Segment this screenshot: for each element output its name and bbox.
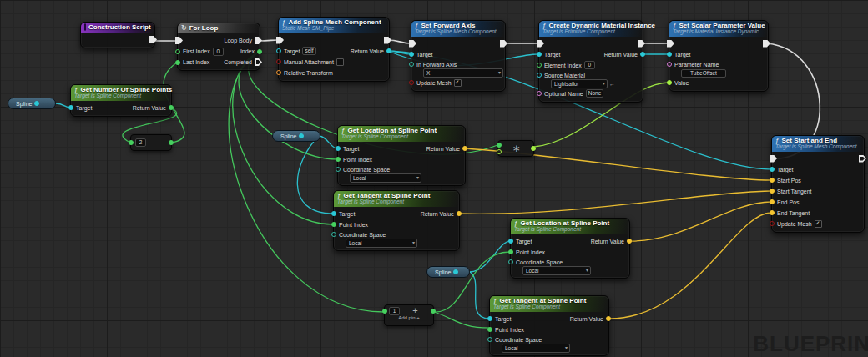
parameter-name-pin[interactable] (667, 62, 672, 67)
coordinate-space-pin[interactable] (508, 259, 513, 264)
node-get-location-at-spline-point-start[interactable]: ƒ Get Location at Spline Point Target is… (337, 125, 466, 186)
spline-output-pin[interactable] (453, 269, 458, 274)
coordinate-space-pin[interactable] (336, 167, 341, 172)
manual-attachment-pin[interactable] (276, 59, 281, 64)
node-construction-script[interactable]: Construction Script (80, 22, 155, 48)
target-pin[interactable] (68, 105, 73, 110)
point-index-pin[interactable] (508, 249, 513, 254)
subtract-input-pin[interactable] (129, 140, 134, 145)
coordinate-space-pin[interactable] (331, 232, 336, 237)
start-pos-pin[interactable] (770, 178, 775, 183)
last-index-pin[interactable] (175, 60, 180, 65)
blueprint-graph-canvas[interactable]: BLUEPRINT Construction Script ↻ For Loop… (0, 0, 868, 357)
end-tangent-pin[interactable] (770, 210, 775, 215)
exec-out-pin[interactable] (859, 155, 866, 163)
update-mesh-checkbox[interactable] (815, 220, 822, 228)
node-create-dynamic-material-instance[interactable]: ƒ Create Dynamic Material Instance Targe… (538, 20, 643, 103)
spline-output-pin[interactable] (34, 101, 39, 106)
relative-transform-pin[interactable] (276, 70, 281, 75)
target-pin[interactable] (276, 48, 281, 53)
multiply-input-b-pin[interactable] (497, 149, 502, 154)
source-material-pin[interactable] (537, 73, 542, 78)
exec-in-pin[interactable] (175, 37, 183, 44)
variable-get-spline-3[interactable]: Spline (426, 266, 470, 278)
value-pin[interactable] (667, 80, 672, 85)
in-forward-axis-dropdown[interactable]: X (423, 68, 503, 78)
multiply-output-pin[interactable] (531, 146, 536, 151)
variable-get-spline-2[interactable]: Spline (272, 130, 320, 142)
return-value-pin[interactable] (386, 48, 391, 53)
index-pin[interactable] (257, 49, 262, 54)
exec-in-pin[interactable] (667, 40, 674, 48)
multiply-input-a-pin[interactable] (497, 143, 502, 148)
add-pin-button[interactable]: Add pin + (386, 315, 431, 321)
node-for-loop[interactable]: ↻ For Loop Loop Body First Index0 Index … (177, 23, 260, 71)
point-index-pin[interactable] (487, 327, 492, 332)
exec-in-pin[interactable] (276, 37, 284, 44)
wire-object[interactable] (470, 272, 489, 319)
coordinate-space-dropdown[interactable]: Local (346, 239, 417, 248)
completed-pin[interactable] (255, 58, 262, 66)
wire-object[interactable] (297, 136, 333, 214)
target-pin[interactable] (508, 239, 513, 244)
end-pos-pin[interactable] (770, 199, 775, 204)
node-add-spline-mesh-component[interactable]: ƒ Add Spline Mesh Component Static Mesh … (278, 17, 390, 82)
loop-body-pin[interactable] (255, 37, 262, 44)
return-value-pin[interactable] (462, 146, 467, 151)
node-int-add[interactable]: 1 + Add pin + (384, 304, 434, 326)
node-set-scalar-parameter-value[interactable]: ƒ Set Scalar Parameter Value Target is M… (669, 20, 769, 92)
exec-out-pin[interactable] (638, 40, 645, 48)
in-forward-axis-pin[interactable] (409, 62, 414, 67)
wire-exec[interactable] (388, 40, 411, 43)
exec-out-pin[interactable] (384, 37, 391, 44)
element-index-pin[interactable] (537, 63, 542, 68)
subtract-output-pin[interactable] (169, 140, 174, 145)
target-pin[interactable] (770, 167, 775, 172)
element-index-input[interactable]: 0 (584, 61, 595, 69)
target-pin[interactable] (336, 146, 341, 151)
coordinate-space-dropdown[interactable]: Local (522, 266, 591, 275)
wire-vector[interactable] (628, 202, 771, 241)
first-index-pin[interactable] (175, 49, 180, 54)
wire-vector[interactable] (458, 191, 771, 214)
return-value-pin[interactable] (457, 211, 462, 216)
node-get-number-of-spline-points[interactable]: ƒ Get Number Of Spline Points Target is … (70, 84, 172, 117)
exec-out-pin[interactable] (149, 36, 157, 43)
node-set-forward-axis[interactable]: ƒ Set Forward Axis Target is Spline Mesh… (411, 20, 506, 92)
manual-attachment-checkbox[interactable] (336, 58, 344, 66)
exec-in-pin[interactable] (409, 40, 416, 48)
wire-object[interactable] (319, 136, 337, 148)
coordinate-space-dropdown[interactable]: Local (502, 344, 570, 353)
add-input-pin[interactable] (382, 309, 387, 314)
coordinate-space-dropdown[interactable]: Local (350, 173, 421, 183)
optional-name-input[interactable]: None (586, 89, 604, 98)
wire-int[interactable] (434, 312, 489, 328)
asset-use-icon[interactable]: ← (609, 81, 615, 87)
update-mesh-pin[interactable] (409, 80, 414, 85)
spline-output-pin[interactable] (299, 133, 304, 138)
update-mesh-pin[interactable] (770, 221, 775, 226)
target-pin[interactable] (409, 52, 414, 57)
exec-out-pin[interactable] (500, 40, 507, 48)
coordinate-space-pin[interactable] (487, 337, 492, 342)
subtract-value-input[interactable]: 2 (135, 138, 146, 147)
source-material-picker[interactable]: Lightsailor (551, 79, 608, 88)
node-int-subtract[interactable]: 2 − (130, 134, 172, 151)
return-value-pin[interactable] (606, 316, 611, 321)
add-value-input[interactable]: 1 (389, 307, 400, 315)
exec-out-pin[interactable] (763, 40, 770, 48)
node-multiply[interactable]: ∗ (497, 140, 534, 157)
return-value-pin[interactable] (640, 52, 645, 57)
start-tangent-pin[interactable] (770, 189, 775, 194)
return-value-pin[interactable] (627, 239, 632, 244)
point-index-pin[interactable] (331, 222, 336, 227)
first-index-input[interactable]: 0 (213, 48, 224, 56)
node-get-tangent-at-spline-point-end[interactable]: ƒ Get Tangent at Spline Point Target is … (489, 295, 609, 356)
variable-get-spline-1[interactable]: Spline (8, 98, 56, 109)
target-pin[interactable] (487, 316, 492, 321)
optional-name-pin[interactable] (537, 91, 542, 96)
exec-in-pin[interactable] (770, 155, 777, 163)
target-pin[interactable] (537, 52, 542, 57)
target-value[interactable]: self (302, 47, 315, 55)
update-mesh-checkbox[interactable] (454, 79, 462, 87)
